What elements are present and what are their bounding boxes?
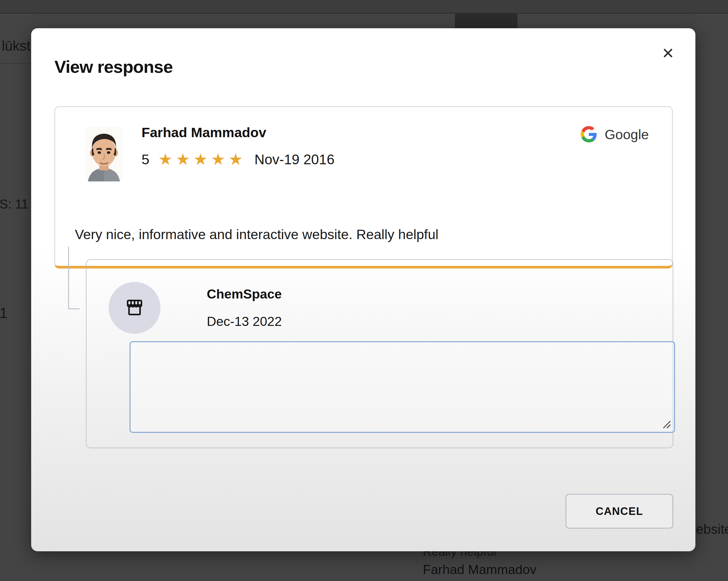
- reviewer-name: Farhad Mammadov: [141, 124, 266, 141]
- rating-row: 5 ★ ★ ★ ★ ★ Nov-19 2016: [141, 151, 335, 168]
- close-icon[interactable]: ✕: [657, 42, 679, 65]
- google-g-logo-icon: [581, 126, 597, 143]
- background-highlight-tab: [455, 14, 517, 28]
- business-avatar: [109, 282, 160, 334]
- response-date: Dec-13 2022: [207, 314, 282, 329]
- background-partial-reviewer-name: Farhad Mammadov: [423, 562, 537, 577]
- star-icon: ★: [158, 151, 173, 168]
- rating-value: 5: [141, 151, 149, 168]
- background-partial-text-lukst: lūkst: [2, 38, 31, 54]
- background-divider: [0, 63, 32, 64]
- reviewer-avatar: [86, 127, 122, 181]
- star-icon: ★: [176, 151, 190, 168]
- star-icon: ★: [193, 151, 208, 168]
- review-card: Farhad Mammadov 5 ★ ★ ★ ★ ★ Nov-19 2016: [54, 106, 673, 269]
- storefront-icon: [124, 297, 146, 319]
- source-label: Google: [604, 126, 649, 143]
- view-response-dialog: View response ✕: [31, 28, 695, 551]
- review-text: Very nice, informative and interactive w…: [75, 226, 439, 242]
- star-icon: ★: [229, 151, 243, 168]
- dialog-title: View response: [54, 57, 173, 77]
- avatar-portrait-image: [86, 127, 122, 181]
- background-partial-text-reviews-count: S: 11: [0, 197, 28, 211]
- star-rating-icons: ★ ★ ★ ★ ★: [158, 151, 243, 168]
- response-card: ChemSpace Dec-13 2022: [86, 259, 673, 448]
- background-partial-text-one: 1: [0, 305, 7, 322]
- cancel-button[interactable]: CANCEL: [566, 494, 673, 529]
- background-top-bar: [0, 0, 728, 14]
- response-textarea[interactable]: [130, 341, 675, 433]
- business-name: ChemSpace: [207, 286, 282, 302]
- review-source: Google: [581, 126, 649, 143]
- star-icon: ★: [211, 151, 225, 168]
- review-date: Nov-19 2016: [255, 151, 335, 168]
- thread-connector-line: [68, 247, 79, 309]
- screen: lūkst S: 11 1 Really helpful Farhad Mamm…: [0, 0, 728, 581]
- background-partial-text-website: ebsite: [696, 521, 728, 537]
